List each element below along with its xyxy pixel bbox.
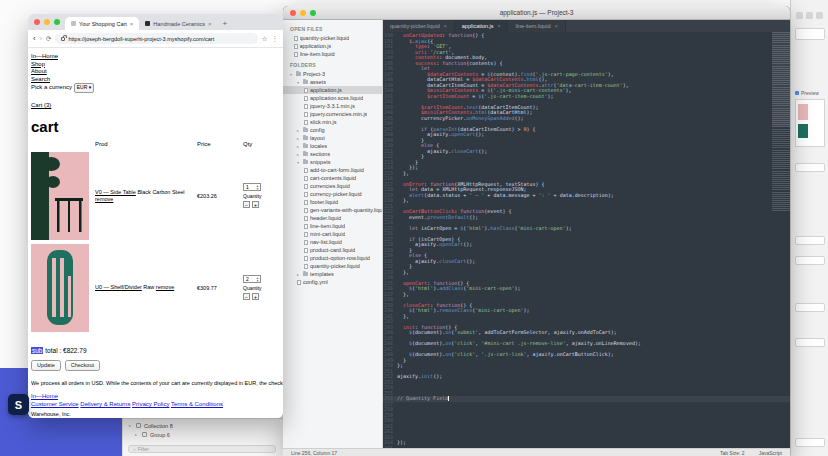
sidebar-file[interactable]: application.js: [283, 86, 382, 94]
disclosure-triangle-icon[interactable]: ▸: [297, 136, 301, 141]
sidebar-file[interactable]: slick.min.js: [283, 118, 382, 126]
inspector-field[interactable]: [795, 303, 825, 312]
editor-minimap[interactable]: [772, 32, 790, 212]
quantity-plus-button[interactable]: +: [252, 201, 259, 208]
remove-link[interactable]: remove: [95, 196, 113, 202]
new-tab-button[interactable]: +: [218, 17, 233, 30]
stepper-arrows-icon[interactable]: ▲▼: [256, 277, 259, 283]
sidebar-file[interactable]: application.scss.liquid: [283, 94, 382, 102]
layers-filter-input[interactable]: ⌕ Filter: [128, 445, 276, 453]
inspector-tool-icon[interactable]: [806, 12, 813, 19]
layer-item[interactable]: ▸Group 6: [123, 430, 283, 439]
product-link[interactable]: V0 — Side Table: [95, 189, 136, 195]
inspector-field[interactable]: [795, 438, 825, 447]
sidebar-file[interactable]: currencies.liquid: [283, 182, 382, 190]
disclosure-triangle-icon[interactable]: ▸: [297, 144, 301, 149]
sidebar-folder[interactable]: ▸sections: [283, 150, 382, 158]
nav-link[interactable]: In—Home: [31, 53, 283, 61]
sidebar-file[interactable]: gen-variants-with-quantity.liquid: [283, 206, 382, 214]
stepper-arrows-icon[interactable]: ▲▼: [256, 185, 259, 191]
inspector-field[interactable]: [795, 236, 825, 245]
close-button[interactable]: [34, 19, 40, 25]
inspector-field[interactable]: [795, 28, 825, 40]
tab-close-icon[interactable]: ×: [555, 23, 558, 29]
browser-tab[interactable]: Handmade Ceramics×: [139, 17, 217, 30]
superhi-badge[interactable]: S: [8, 394, 29, 415]
editor-tab[interactable]: application.js×: [455, 20, 509, 32]
sidebar-folder[interactable]: ▸locales: [283, 142, 382, 150]
sidebar-file[interactable]: nav-list.liquid: [283, 238, 382, 246]
sidebar-file[interactable]: application.js: [283, 42, 382, 50]
quantity-minus-button[interactable]: −: [243, 293, 250, 300]
browser-tab[interactable]: Your Shopping Cart×: [65, 17, 139, 30]
sidebar-folder[interactable]: ▾snippets: [283, 158, 382, 166]
sidebar-file[interactable]: jquery-3.3.1.min.js: [283, 102, 382, 110]
tab-close-icon[interactable]: ×: [498, 23, 501, 29]
code-line[interactable]: 265: [383, 446, 790, 449]
cart-link[interactable]: Cart (3): [31, 102, 51, 108]
sidebar-folder[interactable]: ▾assets: [283, 78, 382, 86]
sidebar-file[interactable]: line-item.liquid: [283, 50, 382, 58]
disclosure-triangle-icon[interactable]: ▸: [297, 272, 301, 277]
reload-button[interactable]: ⟳: [46, 35, 51, 43]
sidebar-file[interactable]: mini-cart.liquid: [283, 230, 382, 238]
nav-link[interactable]: Shop: [31, 61, 283, 69]
footer-link[interactable]: Terms & Conditions: [171, 401, 223, 407]
quantity-minus-button[interactable]: −: [243, 201, 250, 208]
inspector-field[interactable]: [795, 338, 825, 347]
sidebar-file[interactable]: footer.liquid: [283, 198, 382, 206]
editor-tab[interactable]: quantity-picker.liquid×: [383, 20, 455, 32]
sidebar-file[interactable]: line-item.liquid: [283, 222, 382, 230]
tab-size-indicator[interactable]: Tab Size: 2: [720, 450, 745, 456]
sidebar-folder[interactable]: ▸config: [283, 126, 382, 134]
inspector-field[interactable]: [795, 256, 825, 265]
overflow-menu-icon[interactable]: ⋮: [272, 35, 279, 43]
sidebar-file[interactable]: add-to-cart-form.liquid: [283, 166, 382, 174]
minimize-button[interactable]: [44, 19, 50, 25]
tab-close-icon[interactable]: ×: [444, 23, 447, 29]
disclosure-triangle-icon[interactable]: ▾: [297, 160, 301, 165]
nav-link[interactable]: Search: [31, 76, 283, 84]
sidebar-folder[interactable]: ▸templates: [283, 270, 382, 278]
tab-close-icon[interactable]: ×: [208, 21, 212, 27]
sidebar-file[interactable]: currency-picker.liquid: [283, 190, 382, 198]
sidebar-file[interactable]: quantity-picker.liquid: [283, 34, 382, 42]
inspector-preview-thumbnail[interactable]: [795, 99, 825, 147]
inspector-tool-icon[interactable]: [816, 12, 823, 19]
sidebar-file[interactable]: quantity-picker.liquid: [283, 262, 382, 270]
quantity-input[interactable]: 1▲▼: [243, 183, 261, 191]
sidebar-folder[interactable]: ▸layout: [283, 134, 382, 142]
nav-link[interactable]: About: [31, 68, 283, 76]
editor-titlebar[interactable]: application.js — Project-3: [283, 6, 790, 20]
sidebar-file[interactable]: header.liquid: [283, 214, 382, 222]
footer-link[interactable]: Delivery & Returns: [80, 401, 130, 407]
product-link[interactable]: U0 — Shelf/Divider: [95, 284, 142, 290]
bookmark-star-icon[interactable]: ☆: [262, 35, 268, 43]
currency-select[interactable]: EUR ▾: [74, 83, 94, 93]
inspector-field[interactable]: [795, 163, 825, 172]
disclosure-triangle-icon[interactable]: ▸: [129, 423, 133, 428]
code-area[interactable]: 190 onCartUpdated: function() {191 $.aja…: [383, 32, 790, 448]
editor-tab[interactable]: line-item.liquid×: [508, 20, 565, 32]
sidebar-folder[interactable]: ▾Project-3: [283, 70, 382, 78]
inspector-tool-icon[interactable]: [796, 12, 803, 19]
footer-link[interactable]: Privacy Policy: [132, 401, 169, 407]
back-button[interactable]: ‹: [33, 35, 36, 43]
quantity-input[interactable]: 2▲▼: [243, 275, 261, 283]
sidebar-file[interactable]: cart-contents.liquid: [283, 174, 382, 182]
sidebar-file[interactable]: product-option-row.liquid: [283, 254, 382, 262]
footer-home-link[interactable]: In—Home: [31, 393, 58, 399]
disclosure-triangle-icon[interactable]: ▸: [135, 432, 139, 437]
footer-link[interactable]: Customer Service: [31, 401, 79, 407]
update-button[interactable]: Update: [31, 360, 61, 371]
disclosure-triangle-icon[interactable]: ▾: [290, 72, 294, 77]
sidebar-file[interactable]: product-card.liquid: [283, 246, 382, 254]
quantity-plus-button[interactable]: +: [252, 293, 259, 300]
sidebar-file[interactable]: jquery.currencies.min.js: [283, 110, 382, 118]
remove-link[interactable]: remove: [156, 284, 174, 290]
address-bar[interactable]: https://joseph-bergdoll-superhi-project-…: [55, 33, 257, 44]
forward-button[interactable]: ›: [40, 35, 43, 43]
checkout-button[interactable]: Checkout: [65, 360, 100, 371]
disclosure-triangle-icon[interactable]: ▸: [297, 128, 301, 133]
layer-item[interactable]: ▸Collection 8: [123, 421, 283, 430]
